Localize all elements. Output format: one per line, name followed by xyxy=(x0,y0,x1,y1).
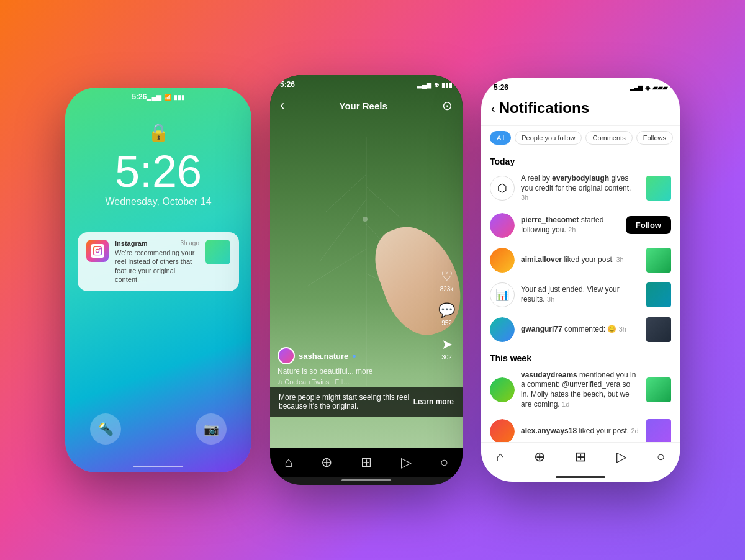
battery-icon: ▮▮▮ xyxy=(441,81,453,88)
reels-username[interactable]: sasha.nature xyxy=(299,351,348,361)
notif-item-content-follow: pierre_thecomet started following you. 2… xyxy=(521,215,620,235)
add-nav-icon[interactable]: ⊞ xyxy=(575,449,586,465)
pierre-avatar xyxy=(490,213,515,238)
today-section-title: Today xyxy=(481,150,680,169)
notif-item-content-like-week: alex.anyways18 liked your post. 2d xyxy=(521,427,640,436)
reels-avatar[interactable] xyxy=(278,347,295,364)
svg-line-8 xyxy=(326,174,366,212)
notif-back-row: ‹ Notifications xyxy=(491,99,670,117)
svg-point-1 xyxy=(96,249,99,252)
reels-music: ♫ Cocteau Twins · Fill... xyxy=(278,378,425,386)
lock-content: 🔒 5:26 Wednesday, October 14 xyxy=(65,104,251,401)
lock-notification-card[interactable]: Instagram 3h ago We're recommending your… xyxy=(78,232,239,291)
reels-status-icons: ▂▄▆ ⊕ ▮▮▮ xyxy=(417,81,453,88)
wifi-icon: ⊕ xyxy=(434,81,439,88)
camera-icon[interactable]: ⊙ xyxy=(442,98,453,113)
notif-list: Today ⬡ A reel by everybodylaugh gives y… xyxy=(481,150,680,442)
aimi-avatar xyxy=(490,248,515,273)
lockscreen-notif-content: Instagram 3h ago We're recommending your… xyxy=(115,240,199,284)
svg-line-9 xyxy=(366,187,400,218)
like-count: 823k xyxy=(440,286,454,292)
notif-item-reel-credit[interactable]: ⬡ A reel by everybodylaugh gives you cre… xyxy=(481,169,680,208)
reels-title: Your Reels xyxy=(340,101,387,111)
home-indicator xyxy=(133,466,183,467)
phone-reels: 5:26 ▂▄▆ ⊕ ▮▮▮ ‹ Your Reels ⊙ xyxy=(270,75,463,485)
notif-item-like-week[interactable]: alex.anyways18 liked your post. 2d xyxy=(481,414,680,442)
notif-home-indicator xyxy=(556,476,605,478)
notif-item-ad[interactable]: 📊 Your ad just ended. View your results.… xyxy=(481,278,680,312)
profile-nav-icon[interactable]: ○ xyxy=(657,449,665,465)
notif-item-like[interactable]: aimi.allover liked your post. 3h xyxy=(481,243,680,278)
lock-bottom-controls: 🔦 📷 xyxy=(65,401,251,463)
reels-nav-icon[interactable]: ▷ xyxy=(401,454,412,471)
alex-avatar xyxy=(490,419,515,442)
lockscreen-notif-text: We're recommending your reel instead of … xyxy=(115,248,199,284)
reels-status-bar: 5:26 ▂▄▆ ⊕ ▮▮▮ xyxy=(270,75,463,94)
reels-action-icons: ♡ 823k 💬 952 ➤ 302 xyxy=(438,268,455,361)
reel-credit-text: A reel by everybodylaugh gives you credi… xyxy=(521,174,640,203)
follow-button[interactable]: Follow xyxy=(626,216,671,234)
home-nav-icon[interactable]: ⌂ xyxy=(496,449,504,465)
home-nav-icon[interactable]: ⌂ xyxy=(284,454,292,471)
flashlight-button[interactable]: 🔦 xyxy=(90,413,121,445)
filter-follows[interactable]: Follows xyxy=(636,131,673,145)
learn-more-button[interactable]: Learn more xyxy=(413,397,454,406)
notif-header: ‹ Notifications xyxy=(481,94,680,126)
wifi-icon: ◈ xyxy=(645,84,650,92)
like-button[interactable]: ♡ 823k xyxy=(440,268,454,292)
svg-line-4 xyxy=(320,199,366,261)
back-icon[interactable]: ‹ xyxy=(280,97,284,114)
battery-icon: ▮▮▮ xyxy=(174,94,185,101)
ad-icon: 📊 xyxy=(490,282,515,307)
reels-nav-icon[interactable]: ▷ xyxy=(616,449,627,465)
comment-icon: 💬 xyxy=(438,302,455,318)
notif-item-mention[interactable]: vasudaydreams mentioned you in a comment… xyxy=(481,366,680,414)
back-button[interactable]: ‹ xyxy=(491,101,495,115)
instagram-notif-icon xyxy=(86,240,109,262)
share-icon: ➤ xyxy=(441,336,453,353)
leaf-center-dot xyxy=(363,217,368,222)
filter-all[interactable]: All xyxy=(490,131,511,145)
filter-comments[interactable]: Comments xyxy=(585,131,632,145)
comment-text: gwangurl77 commented: 😊 3h xyxy=(521,325,640,335)
notif-item-follow[interactable]: pierre_thecomet started following you. 2… xyxy=(481,208,680,243)
comment-button[interactable]: 💬 952 xyxy=(438,302,455,327)
lockscreen-time: 5:26 xyxy=(132,93,147,101)
search-nav-icon[interactable]: ⊕ xyxy=(321,454,332,471)
notif-item-content-reel: A reel by everybodylaugh gives you credi… xyxy=(521,174,640,203)
comment-post-thumb xyxy=(646,317,671,342)
comment-count: 952 xyxy=(441,320,452,327)
reels-banner-text: More people might start seeing this reel… xyxy=(279,393,413,410)
vasu-avatar xyxy=(490,377,515,402)
phone-notifications: 5:26 ▂▄▆ ◈ ▰▰▰ ‹ Notifications All Peopl… xyxy=(481,78,680,482)
lockscreen-status-icons: ▂▄▆ 📶 ▮▮▮ xyxy=(147,94,184,101)
verified-badge: ● xyxy=(352,352,356,359)
follow-text: pierre_thecomet started following you. 2… xyxy=(521,215,620,235)
reels-video-bg[interactable]: ♡ 823k 💬 952 ➤ 302 sasha.nature ● Nature… xyxy=(270,75,463,448)
mention-text: vasudaydreams mentioned you in a comment… xyxy=(521,371,640,409)
notif-filters: All People you follow Comments Follows xyxy=(481,126,680,150)
notif-item-comment[interactable]: gwangurl77 commented: 😊 3h xyxy=(481,312,680,347)
lock-time-display: 5:26 xyxy=(115,149,202,194)
phone-lockscreen: 5:26 ▂▄▆ 📶 ▮▮▮ 🔒 5:26 Wednesday, October… xyxy=(65,88,251,472)
notif-status-time: 5:26 xyxy=(494,83,508,92)
reels-bottom-nav: ⌂ ⊕ ⊞ ▷ ○ xyxy=(270,448,463,477)
profile-nav-icon[interactable]: ○ xyxy=(440,454,448,471)
notifications-title: Notifications xyxy=(499,99,589,117)
battery-icon: ▰▰▰ xyxy=(652,84,667,92)
reels-user-info: sasha.nature ● Nature is so beautiful...… xyxy=(278,347,425,386)
share-button[interactable]: ➤ 302 xyxy=(441,336,453,361)
signal-icon: ▂▄▆ xyxy=(417,81,431,88)
notif-item-content-mention: vasudaydreams mentioned you in a comment… xyxy=(521,371,640,409)
add-nav-icon[interactable]: ⊞ xyxy=(361,454,372,471)
camera-button[interactable]: 📷 xyxy=(196,413,227,445)
svg-rect-0 xyxy=(93,246,101,255)
search-nav-icon[interactable]: ⊕ xyxy=(534,449,545,465)
notif-status-bar: 5:26 ▂▄▆ ◈ ▰▰▰ xyxy=(481,78,680,94)
reels-home-indicator xyxy=(341,479,391,481)
reels-header: ‹ Your Reels ⊙ xyxy=(270,93,463,119)
filter-people-you-follow[interactable]: People you follow xyxy=(515,131,582,145)
reels-user-row: sasha.nature ● xyxy=(278,347,425,364)
heart-icon: ♡ xyxy=(441,268,453,284)
like-week-thumb xyxy=(646,419,671,442)
